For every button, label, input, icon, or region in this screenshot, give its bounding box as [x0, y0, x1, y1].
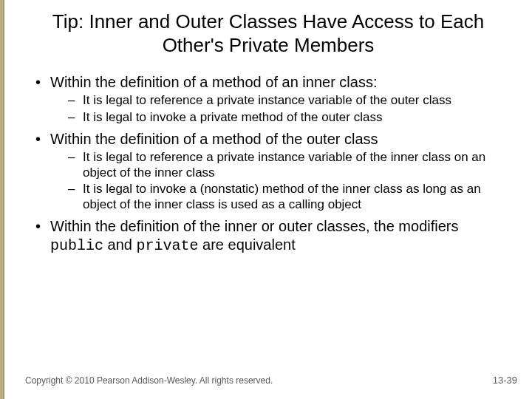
- bullet-3-mid: and: [103, 236, 136, 253]
- footer-copyright: Copyright © 2010 Pearson Addison-Wesley.…: [25, 375, 273, 386]
- bullet-3-pre: Within the definition of the inner or ou…: [50, 218, 459, 234]
- bullet-1: Within the definition of a method of an …: [33, 73, 511, 125]
- bullet-1-sublist: It is legal to reference a private insta…: [50, 93, 511, 125]
- bullet-1-sub-1: It is legal to reference a private insta…: [66, 93, 511, 109]
- bullet-2-sub-1: It is legal to reference a private insta…: [66, 150, 511, 180]
- bullet-2-sub-2: It is legal to invoke a (nonstatic) meth…: [66, 182, 511, 212]
- bullet-3-post: are equivalent: [199, 236, 296, 253]
- slide-content: Tip: Inner and Outer Classes Have Access…: [4, 0, 532, 399]
- slide-title: Tip: Inner and Outer Classes Have Access…: [25, 10, 511, 57]
- bullet-2: Within the definition of a method of the…: [33, 130, 511, 213]
- bullet-2-text: Within the definition of a method of the…: [50, 131, 378, 147]
- bullet-2-sublist: It is legal to reference a private insta…: [50, 150, 511, 213]
- bullet-1-sub-2: It is legal to invoke a private method o…: [66, 110, 511, 126]
- bullet-1-text: Within the definition of a method of an …: [50, 74, 377, 90]
- bullet-3: Within the definition of the inner or ou…: [33, 217, 511, 255]
- bullet-3-code1: public: [50, 237, 103, 254]
- bullet-list: Within the definition of a method of an …: [25, 73, 511, 254]
- footer-page-number: 13-39: [493, 375, 517, 386]
- bullet-3-code2: private: [137, 237, 199, 254]
